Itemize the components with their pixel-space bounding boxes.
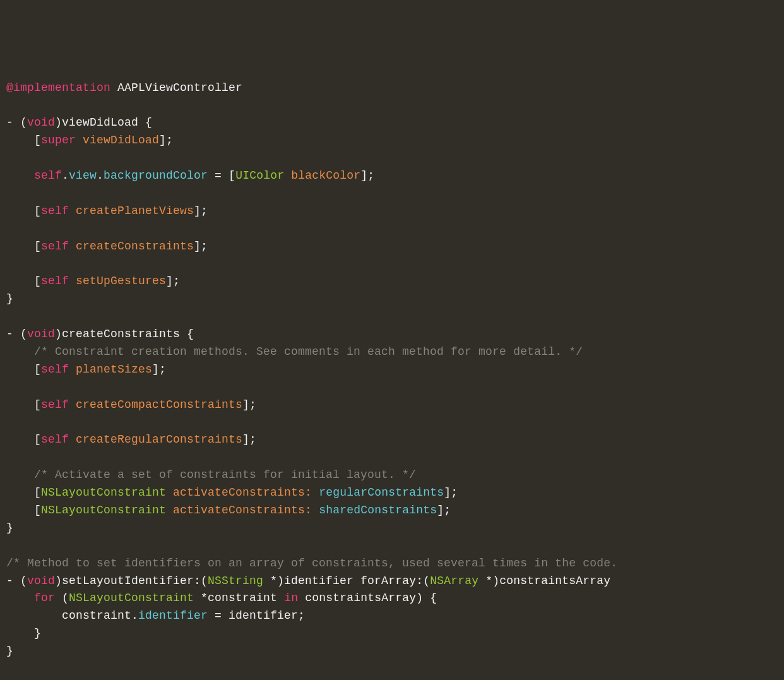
keyword-token: self: [41, 398, 69, 411]
brace-token: }: [6, 292, 13, 305]
space: [76, 134, 83, 146]
keyword-token: for: [34, 592, 55, 604]
indent-bracket: [: [6, 275, 41, 287]
space: [166, 504, 173, 516]
code-editor[interactable]: @implementation AAPLViewController - (vo…: [6, 80, 778, 660]
indent-bracket: [: [6, 363, 41, 376]
space: [312, 486, 319, 499]
keyword-token: self: [41, 275, 69, 287]
keyword-token: in: [284, 592, 298, 604]
punct-token: ];: [194, 240, 208, 253]
method-call-token: createPlanetViews: [76, 205, 194, 217]
punct-token: ];: [437, 504, 451, 516]
dot-token: .: [62, 169, 69, 182]
code-line: /* Constraint creation methods. See comm…: [6, 345, 583, 358]
code-line: }: [6, 292, 13, 305]
punct-token: - (: [6, 575, 27, 587]
keyword-token: self: [34, 169, 62, 182]
text-token: constraintsArray) {: [298, 592, 437, 604]
indent-bracket: [: [6, 486, 41, 499]
space: [284, 169, 291, 182]
comment-token: /* Constraint creation methods. See comm…: [6, 345, 583, 358]
method-call-token: setUpGestures: [76, 275, 166, 287]
punct-token: ];: [360, 169, 374, 182]
code-line: constraint.identifier = identifier;: [6, 609, 305, 622]
method-call-token: createRegularConstraints: [76, 433, 242, 446]
code-line: [NSLayoutConstraint activateConstraints:…: [6, 504, 451, 516]
code-line: }: [6, 645, 13, 657]
keyword-token: super: [41, 134, 76, 146]
brace-token: }: [6, 627, 41, 640]
code-line: /* Method to set identifiers on an array…: [6, 557, 617, 570]
param-token: sharedConstraints: [319, 504, 437, 516]
brace-token: }: [6, 522, 13, 534]
text-token: constraint.: [6, 609, 138, 622]
punct-token: ];: [194, 205, 208, 217]
method-sig-token: )setLayoutIdentifier:(: [55, 575, 208, 587]
brace-token: }: [6, 645, 13, 657]
type-token: void: [27, 116, 55, 129]
keyword-token: self: [41, 433, 69, 446]
class-token: NSArray: [430, 575, 478, 587]
code-line: /* Activate a set of constraints for ini…: [6, 468, 416, 481]
method-call-token: activateConstraints:: [173, 486, 312, 499]
method-call-token: createCompactConstraints: [76, 398, 242, 411]
punct-token: = [: [208, 169, 235, 182]
indent-bracket: [: [6, 398, 41, 411]
space: [110, 81, 117, 94]
indent-bracket: [: [6, 134, 41, 146]
code-line: [self setUpGestures];: [6, 275, 180, 287]
code-line: for (NSLayoutConstraint *constraint in c…: [6, 592, 437, 604]
class-token: UIColor: [235, 169, 284, 182]
space: [166, 486, 173, 499]
code-line: [NSLayoutConstraint activateConstraints:…: [6, 486, 458, 499]
code-line: [self createPlanetViews];: [6, 205, 208, 217]
punct-token: ];: [152, 363, 166, 376]
code-line: }: [6, 522, 13, 534]
indent-bracket: [: [6, 433, 41, 446]
type-token: void: [27, 328, 55, 340]
method-call-token: planetSizes: [76, 363, 152, 376]
code-line: - (void)setLayoutIdentifier:(NSString *)…: [6, 575, 610, 587]
space: [69, 275, 76, 287]
code-line: }: [6, 627, 41, 640]
class-token: NSString: [208, 575, 263, 587]
method-call-token: viewDidLoad: [83, 134, 159, 146]
dot-token: .: [97, 169, 104, 182]
space: [69, 363, 76, 376]
punct-token: - (: [6, 116, 27, 129]
method-sig-token: )viewDidLoad {: [55, 116, 152, 129]
keyword-token: self: [41, 240, 69, 253]
space: [69, 205, 76, 217]
method-call-token: blackColor: [291, 169, 360, 182]
keyword-token: self: [41, 205, 69, 217]
space: [69, 433, 76, 446]
text-token: *constraint: [194, 592, 284, 604]
comment-token: /* Activate a set of constraints for ini…: [6, 468, 416, 481]
property-token: view: [69, 169, 97, 182]
punct-token: (: [55, 592, 69, 604]
punct-token: ];: [166, 275, 180, 287]
keyword-token: self: [41, 363, 69, 376]
indent-bracket: [: [6, 504, 41, 516]
class-token: NSLayoutConstraint: [69, 592, 194, 604]
punct-token: ];: [159, 134, 173, 146]
punct-token: ];: [242, 433, 256, 446]
code-line: [self createCompactConstraints];: [6, 398, 256, 411]
punct-token: *)constraintsArray: [478, 575, 610, 587]
punct-token: ];: [444, 486, 458, 499]
property-token: backgroundColor: [104, 169, 208, 182]
class-token: NSLayoutConstraint: [41, 504, 166, 516]
indent-bracket: [: [6, 240, 41, 253]
directive-token: @implementation: [6, 81, 110, 94]
method-call-token: createConstraints: [76, 240, 194, 253]
code-line: - (void)createConstraints {: [6, 328, 194, 340]
code-line: [self planetSizes];: [6, 363, 166, 376]
code-line: [self createRegularConstraints];: [6, 433, 256, 446]
code-line: [super viewDidLoad];: [6, 134, 173, 146]
param-token: regularConstraints: [319, 486, 444, 499]
space: [69, 240, 76, 253]
indent: [6, 169, 34, 182]
code-line: @implementation AAPLViewController: [6, 81, 242, 94]
comment-token: /* Method to set identifiers on an array…: [6, 557, 617, 570]
